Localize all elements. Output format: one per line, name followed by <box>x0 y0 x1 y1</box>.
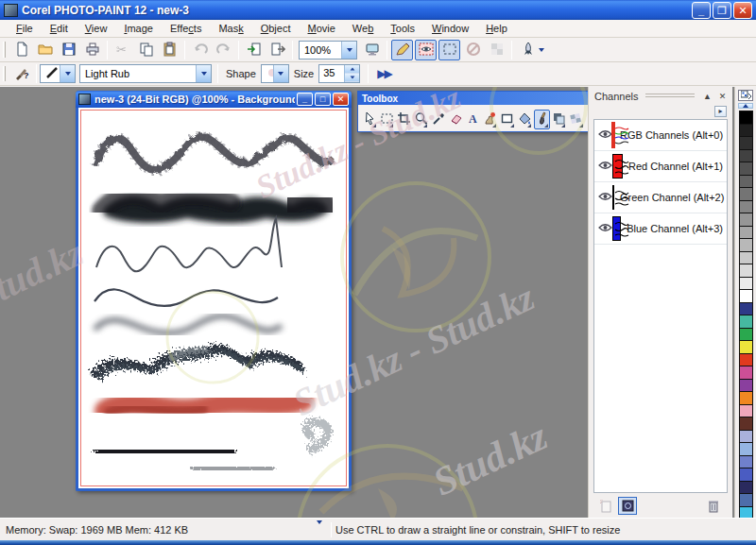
color-swatch[interactable] <box>739 493 753 506</box>
zoom-tool[interactable] <box>413 110 429 129</box>
color-swatch[interactable] <box>739 200 753 213</box>
docker-grab-bar[interactable] <box>645 94 695 99</box>
channel-row[interactable]: Green Channel (Alt+2) <box>594 182 727 213</box>
doc-maximize-button[interactable]: □ <box>315 93 331 106</box>
mask-rectangle-tool[interactable] <box>379 110 395 129</box>
eyedropper-tool[interactable] <box>430 110 446 129</box>
color-swatch[interactable] <box>739 289 753 302</box>
menu-item-help[interactable]: Help <box>477 21 516 36</box>
zoom-level-dropdown[interactable]: 100% <box>299 41 357 60</box>
color-swatch[interactable] <box>739 111 753 124</box>
touchup-brush-tool[interactable] <box>482 110 498 129</box>
menu-item-window[interactable]: Window <box>423 21 477 36</box>
color-swatch[interactable] <box>739 430 753 443</box>
show-mask-button[interactable] <box>415 40 437 60</box>
color-swatch[interactable] <box>739 391 753 404</box>
color-swatch[interactable] <box>739 328 753 341</box>
menu-item-file[interactable]: File <box>8 21 42 36</box>
size-stepper[interactable]: 35 <box>318 64 360 83</box>
canvas-area[interactable] <box>78 108 349 488</box>
clear-mask-button[interactable] <box>462 40 484 60</box>
channel-properties-button[interactable] <box>618 497 637 515</box>
text-tool[interactable]: A <box>465 110 481 129</box>
brush-type-dropdown[interactable]: Light Rub <box>79 64 212 83</box>
eye-icon[interactable] <box>598 129 612 141</box>
cut-button[interactable]: ✂ <box>112 40 133 60</box>
color-swatch[interactable] <box>739 404 753 417</box>
eye-icon[interactable] <box>598 223 612 234</box>
minimize-button[interactable]: _ <box>692 2 711 19</box>
color-swatch[interactable] <box>739 226 753 239</box>
undo-button[interactable] <box>189 40 211 60</box>
print-button[interactable] <box>81 40 103 60</box>
menu-item-edit[interactable]: Edit <box>42 21 77 36</box>
show-mask-marquee-button[interactable] <box>438 40 460 60</box>
size-increment-button[interactable] <box>345 65 359 74</box>
menu-item-effects[interactable]: Effects <box>162 21 210 36</box>
color-swatch[interactable] <box>739 124 753 137</box>
color-swatch[interactable] <box>739 264 753 277</box>
color-swatch[interactable] <box>739 162 753 175</box>
nib-shape-dropdown[interactable] <box>261 64 289 83</box>
menu-item-movie[interactable]: Movie <box>300 21 344 36</box>
menu-item-image[interactable]: Image <box>115 21 162 36</box>
channel-row[interactable]: RGB Channels (Alt+0) <box>594 120 727 151</box>
crop-tool[interactable] <box>396 110 412 129</box>
channel-row[interactable]: Blue Channel (Alt+3) <box>594 213 727 245</box>
restore-button[interactable]: ❐ <box>713 2 731 19</box>
palette-scroll-up-icon[interactable] <box>738 103 753 109</box>
palette-options-icon[interactable] <box>738 90 753 101</box>
color-swatch[interactable] <box>739 455 753 468</box>
document-title-bar[interactable]: new-3 (24-Bit RGB) @100% - Background _ … <box>76 91 352 108</box>
fullscreen-preview-button[interactable] <box>361 40 383 60</box>
redo-button[interactable] <box>213 40 234 60</box>
color-swatch[interactable] <box>739 468 753 481</box>
new-channel-button[interactable] <box>596 497 615 515</box>
draw-tablet-button[interactable] <box>391 40 413 60</box>
color-swatch[interactable] <box>739 175 753 188</box>
toolbar-grip[interactable] <box>3 42 6 59</box>
eye-icon[interactable] <box>598 192 612 203</box>
copy-button[interactable] <box>135 40 157 60</box>
color-swatch[interactable] <box>739 442 753 455</box>
menu-item-tools[interactable]: Tools <box>382 21 423 36</box>
color-swatch[interactable] <box>739 506 753 519</box>
color-swatch[interactable] <box>739 149 753 162</box>
menu-item-mask[interactable]: Mask <box>210 21 251 36</box>
menu-item-view[interactable]: View <box>77 21 116 36</box>
eye-icon[interactable] <box>598 161 612 172</box>
open-button[interactable] <box>34 40 56 60</box>
menu-item-web[interactable]: Web <box>344 21 382 36</box>
rectangle-shape-tool[interactable] <box>499 110 515 129</box>
color-swatch[interactable] <box>739 417 753 430</box>
color-swatch[interactable] <box>739 187 753 200</box>
color-swatch[interactable] <box>739 379 753 392</box>
color-swatch[interactable] <box>739 213 753 226</box>
save-button[interactable] <box>58 40 79 60</box>
color-swatch[interactable] <box>739 353 753 366</box>
color-swatch[interactable] <box>739 481 753 494</box>
menu-item-object[interactable]: Object <box>252 21 300 36</box>
eraser-tool[interactable] <box>448 110 464 129</box>
color-swatch[interactable] <box>739 366 753 379</box>
docker-flyout-button[interactable]: ▸ <box>714 106 727 117</box>
import-button[interactable] <box>243 40 265 60</box>
size-decrement-button[interactable] <box>345 74 359 82</box>
propbar-grip[interactable] <box>3 66 6 82</box>
image-slicing-tool[interactable] <box>568 110 584 129</box>
docker-rollup-icon[interactable]: ▲ <box>701 92 713 101</box>
color-swatch[interactable] <box>739 136 753 149</box>
paste-button[interactable] <box>159 40 180 60</box>
doc-close-button[interactable]: ✕ <box>333 93 349 106</box>
color-swatch[interactable] <box>739 340 753 353</box>
doc-minimize-button[interactable]: _ <box>297 93 313 106</box>
close-button[interactable]: ✕ <box>733 2 752 19</box>
color-swatch[interactable] <box>739 251 753 264</box>
delete-channel-icon[interactable] <box>704 497 723 515</box>
application-launcher-button[interactable] <box>516 40 548 60</box>
color-swatch[interactable] <box>739 238 753 251</box>
color-swatch[interactable] <box>739 315 753 328</box>
color-swatch[interactable] <box>739 277 753 290</box>
paint-tool[interactable] <box>534 110 550 129</box>
brush-category-dropdown[interactable] <box>40 64 76 83</box>
